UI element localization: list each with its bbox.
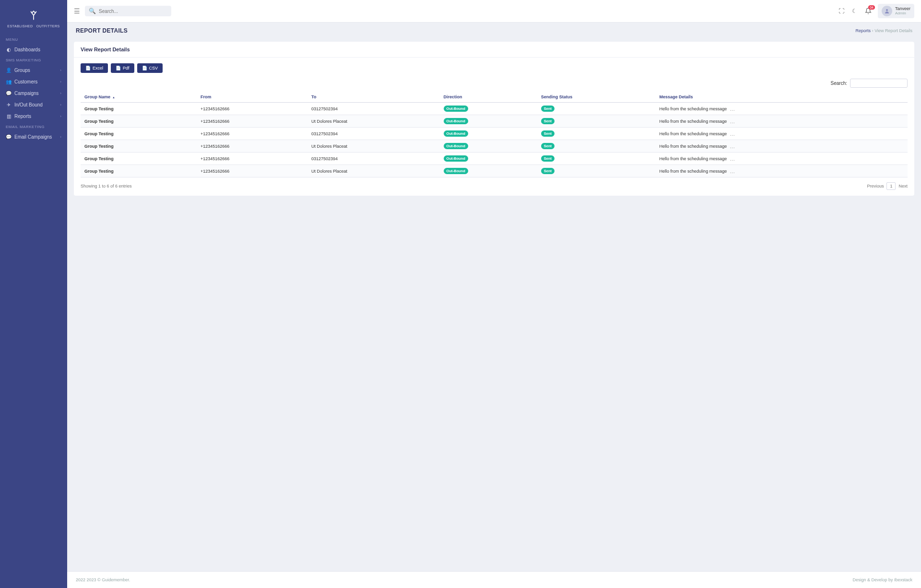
cell-status: Sent [537,128,656,140]
file-icon: 📄 [142,66,147,71]
page-prev[interactable]: Previous [867,184,884,188]
cell-from: +12345162666 [197,153,307,165]
file-icon: 📄 [116,66,121,71]
cell-group: Group Testing [81,103,197,115]
table-row: Group Testing+1234516266603127502394Out-… [81,103,908,115]
logo: ESTABLISHED OUTFITTERS [0,5,67,35]
cell-direction: Out-Bound [440,103,537,115]
chevron-right-icon: › [60,91,61,95]
dark-mode-icon[interactable]: ☾ [851,7,859,15]
cell-from: +12345162666 [197,115,307,128]
menu-header-sms: SMS MARKETING [0,55,67,64]
row-actions-icon[interactable]: … [730,168,735,174]
sidebar-item-label: In/Out Bound [14,102,43,107]
col-direction[interactable]: Direction [440,92,537,103]
breadcrumb-root[interactable]: Reports [856,28,871,33]
export-pdf-button[interactable]: 📄Pdf [111,63,134,73]
cell-message: Hello from the scheduling message… [656,128,908,140]
cell-to: Ut Dolores Placeat [307,140,440,153]
cell-status: Sent [537,115,656,128]
fullscreen-icon[interactable]: ⛶ [838,7,845,15]
cell-from: +12345162666 [197,128,307,140]
button-label: Excel [93,66,103,71]
card-title: View Report Details [74,42,914,58]
row-actions-icon[interactable]: … [730,106,735,112]
sidebar-item-label: Email Campaigns [14,134,52,140]
chevron-right-icon: › [60,114,61,118]
col-status[interactable]: Sending Status [537,92,656,103]
sidebar-item-email-campaigns[interactable]: 💬 Email Campaigns › [0,131,67,142]
cell-group: Group Testing [81,115,197,128]
row-actions-icon[interactable]: … [730,118,735,124]
cell-direction: Out-Bound [440,115,537,128]
gauge-icon: ◐ [6,47,12,52]
table-info: Showing 1 to 6 of 6 entries [81,184,132,188]
export-csv-button[interactable]: 📄CSV [137,63,163,73]
breadcrumb-sep: › [872,28,874,33]
chevron-right-icon: › [60,68,61,72]
export-excel-button[interactable]: 📄Excel [81,63,108,73]
sidebar-item-customers[interactable]: 👥 Customers › [0,76,67,87]
sidebar-item-label: Dashboards [14,47,40,52]
footer-credit: Design & Develop by Ibexstack [852,577,912,582]
col-group[interactable]: Group Name [81,92,197,103]
sidebar-item-label: Groups [14,68,30,73]
sidebar-item-label: Customers [14,79,37,84]
page-number[interactable]: 1 [886,182,896,190]
breadcrumb-leaf: View Report Details [874,28,912,33]
report-card: View Report Details 📄Excel 📄Pdf 📄CSV Sea… [74,42,914,196]
cell-message: Hello from the scheduling message… [656,103,908,115]
search-icon: 🔍 [89,8,96,14]
report-table: Group Name From To Direction Sending Sta… [81,92,908,177]
chevron-right-icon: › [60,80,61,84]
user-icon: 👤 [6,67,12,73]
col-to[interactable]: To [307,92,440,103]
menu-toggle-icon[interactable]: ☰ [74,7,80,15]
logo-text-1: ESTABLISHED [7,24,33,28]
logo-text-2: OUTFITTERS [36,24,60,28]
svg-point-0 [886,9,888,11]
sidebar-item-groups[interactable]: 👤 Groups › [0,64,67,76]
cell-message: Hello from the scheduling message… [656,153,908,165]
sidebar-item-inout[interactable]: ✈ In/Out Bound › [0,99,67,110]
sidebar-item-reports[interactable]: ▥ Reports › [0,110,67,122]
row-actions-icon[interactable]: … [730,143,735,149]
table-row: Group Testing+12345162666Ut Dolores Plac… [81,115,908,128]
user-menu[interactable]: Tanveer Admin [878,4,914,18]
table-row: Group Testing+12345162666Ut Dolores Plac… [81,140,908,153]
search-box[interactable]: 🔍 [85,6,171,16]
bell-icon[interactable]: 04 [864,7,872,15]
table-search-input[interactable] [850,79,908,88]
breadcrumb: Reports › View Report Details [856,28,912,33]
row-actions-icon[interactable]: … [730,156,735,162]
button-label: CSV [149,66,158,71]
pagination: Previous 1 Next [867,182,908,190]
search-input[interactable] [99,9,167,14]
cell-to: 03127502394 [307,103,440,115]
cell-from: +12345162666 [197,140,307,153]
table-search-label: Search: [831,81,847,86]
cell-group: Group Testing [81,128,197,140]
sidebar-item-label: Reports [14,114,31,119]
col-from[interactable]: From [197,92,307,103]
page-header: REPORT DETAILS Reports › View Report Det… [67,23,921,39]
chart-icon: ▥ [6,113,12,119]
table-row: Group Testing+12345162666Ut Dolores Plac… [81,165,908,177]
sidebar-item-label: Campaigns [14,91,39,96]
cell-to: 03127502394 [307,128,440,140]
sidebar-item-campaigns[interactable]: 💬 Campaigns › [0,87,67,99]
menu-header-email: EMAIL MARKETING [0,122,67,131]
cell-to: Ut Dolores Placeat [307,115,440,128]
cell-status: Sent [537,165,656,177]
chat-icon: 💬 [6,90,12,96]
page-next[interactable]: Next [898,184,908,188]
cell-status: Sent [537,103,656,115]
cell-direction: Out-Bound [440,128,537,140]
avatar [882,6,892,16]
users-icon: 👥 [6,79,12,84]
notif-badge: 04 [868,5,875,10]
row-actions-icon[interactable]: … [730,131,735,137]
col-message[interactable]: Message Details [656,92,908,103]
sidebar-item-dashboards[interactable]: ◐ Dashboards [0,44,67,55]
cell-group: Group Testing [81,153,197,165]
